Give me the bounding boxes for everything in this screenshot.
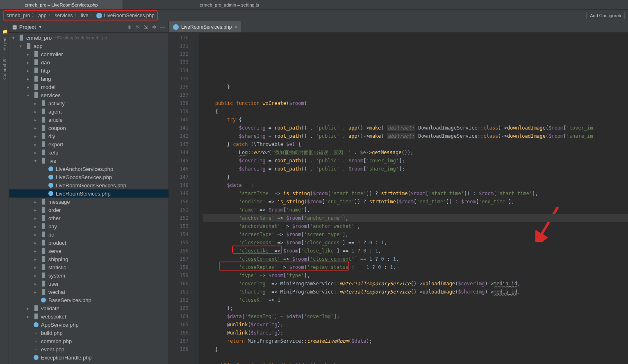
rail-commit-button[interactable]: Commit ⊙ [2,59,7,80]
close-icon[interactable]: × [234,24,237,30]
line-number[interactable]: 150 [169,198,189,206]
tree-arrow-icon[interactable]: ▾ [34,159,40,163]
tree-arrow-icon[interactable]: ▸ [34,126,40,130]
code-line[interactable]: public function wxCreate($room) [203,99,628,107]
code-line[interactable]: Log::error('添加直播间封面图出错误，原因：' . $e->getMe… [203,148,628,157]
tree-item[interactable]: ▸▉coupon [9,124,168,132]
fold-gutter[interactable] [193,33,199,364]
line-number[interactable]: 135 [169,75,189,83]
locate-icon[interactable]: ⊕ [127,24,132,30]
tree-arrow-icon[interactable]: ▸ [34,118,40,122]
tree-item[interactable]: ▸▉product [9,239,168,247]
line-number[interactable]: 143 [169,140,189,148]
line-number[interactable]: 130 [169,34,189,42]
tree-item[interactable]: ▸▉diy [9,132,168,140]
tree-arrow-icon[interactable]: ▸ [34,150,40,155]
tree-item[interactable]: ▸▉statistic [9,263,168,271]
tree-arrow-icon[interactable]: ▸ [34,290,40,294]
line-number[interactable]: 168 [169,345,189,353]
tree-item[interactable]: ▫event.php [9,345,168,353]
code-line[interactable]: } [203,83,628,91]
line-number[interactable]: 131 [169,42,189,50]
tree-item[interactable]: ▸▉webscoket [9,312,168,321]
line-number[interactable]: 147 [169,173,189,181]
rail-project-button[interactable]: Project 📁 [2,30,7,50]
tree-item[interactable]: ▸▉http [9,66,168,75]
tree-item[interactable]: ▸▉controller [9,50,168,58]
breadcrumb-item[interactable]: live [81,13,88,18]
hide-icon[interactable]: — [160,24,165,30]
line-number[interactable]: 134 [169,66,189,75]
tree-arrow-icon[interactable]: ▸ [34,282,40,286]
line-number[interactable]: 155 [169,239,189,247]
code-line[interactable]: 'closeComment' => $room['close_comment']… [203,255,628,263]
tree-arrow-icon[interactable]: ▾ [27,93,33,98]
code-line[interactable]: $shareImg = root_path() . 'public' . $ro… [203,165,628,173]
code-line[interactable]: 'anchorName' => $room['anchor_name'], [203,214,628,222]
tree-item[interactable]: ▸▉pay [9,222,168,230]
line-number[interactable]: 163 [169,304,189,312]
breadcrumb-item[interactable]: services [55,13,73,18]
tree-arrow-icon[interactable]: ▸ [34,249,40,253]
tree-arrow-icon[interactable]: ▸ [27,77,33,81]
code-line[interactable]: 'shareImg' => MiniProgramService::materi… [203,288,628,296]
tree-item[interactable]: ▸▉user [9,280,168,288]
tree-arrow-icon[interactable]: ▸ [34,216,40,221]
code-line[interactable]: 'type' => $room['type'], [203,271,628,280]
tree-arrow-icon[interactable]: ▸ [34,208,40,212]
tree-item[interactable]: ▾▉live [9,157,168,165]
tree-arrow-icon[interactable]: ▸ [34,273,40,278]
line-number[interactable]: 140 [169,116,189,124]
tree-item[interactable]: BaseServices.php [9,296,168,304]
tree-item[interactable]: ▸▉message [9,198,168,206]
tree-arrow-icon[interactable]: ▸ [27,314,33,319]
tree-item[interactable]: ▸▉kefu [9,148,168,157]
tree-item[interactable]: ▸▉activity [9,99,168,107]
tree-item[interactable]: ▸▉order [9,206,168,214]
tree-item[interactable]: AppService.php [9,321,168,329]
line-number[interactable]: 148 [169,181,189,189]
line-number[interactable]: 149 [169,189,189,198]
tree-item[interactable]: ▸▉other [9,214,168,222]
add-configuration-button[interactable]: Add Configurati [586,12,625,19]
code-line[interactable]: } [203,173,628,181]
code-line[interactable]: $shareImg = root_path() . 'public' . app… [203,132,628,140]
tree-arrow-icon[interactable]: ▸ [34,241,40,245]
tree-arrow-icon[interactable]: ▸ [34,109,40,114]
tree-arrow-icon[interactable]: ▸ [34,265,40,270]
code-line[interactable]: @unlink($shareImg); [203,329,628,337]
tree-item[interactable]: ▸▉agent [9,107,168,116]
expand-icon[interactable]: ⇱ [136,24,140,30]
line-number[interactable]: 153 [169,222,189,230]
tree-arrow-icon[interactable]: ▸ [34,232,40,237]
line-number[interactable]: 144 [169,148,189,157]
tree-arrow-icon[interactable]: ▸ [27,306,33,311]
tree-item[interactable]: ▸▉wechat [9,288,168,296]
line-number[interactable]: 162 [169,296,189,304]
tree-arrow-icon[interactable]: ▸ [34,142,40,147]
breadcrumb-item[interactable]: app [38,13,46,18]
gear-icon[interactable]: ✻ [152,24,156,30]
tree-arrow-icon[interactable]: ▸ [27,85,33,89]
breadcrumb-item[interactable]: LiveRoomServices.php [96,13,154,18]
line-number[interactable]: 141 [169,124,189,132]
code-line[interactable]: @unlink($coverImg); [203,321,628,329]
line-number[interactable]: 157 [169,255,189,263]
collapse-icon[interactable]: ⇲ [144,24,148,30]
line-number[interactable]: 132 [169,50,189,58]
line-number[interactable]: 145 [169,157,189,165]
tree-arrow-icon[interactable]: ▾ [20,44,25,48]
line-number[interactable]: 154 [169,230,189,239]
code-line[interactable]: 'closeKf' => 1 [203,296,628,304]
window-tab-secondary[interactable]: crmeb_pro_admin – setting.js [123,0,336,9]
code-line[interactable] [203,353,628,362]
code-line[interactable]: $data = [ [203,181,628,189]
code-line[interactable]: } [203,345,628,353]
line-number[interactable]: 133 [169,58,189,66]
line-number[interactable]: 165 [169,321,189,329]
line-number[interactable]: 161 [169,288,189,296]
code-line[interactable]: 'coverImg' => MiniProgramService::materi… [203,280,628,288]
tree-item[interactable]: ▸▉shipping [9,255,168,263]
line-number[interactable]: 156 [169,247,189,255]
code-line[interactable]: $coverImg = root_path() . 'public' . $ro… [203,157,628,165]
